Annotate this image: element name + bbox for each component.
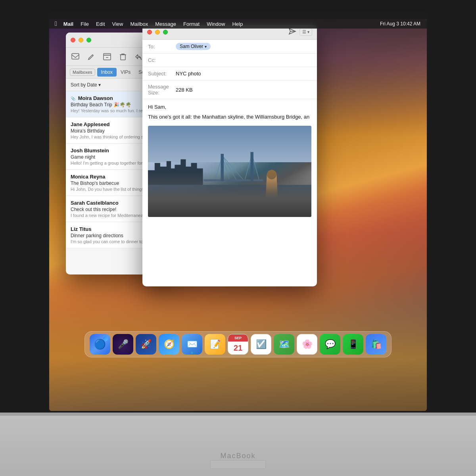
menubar-clock: Fri Aug 3 10:42 AM [377, 19, 424, 28]
message-size-value: 228 KB [176, 87, 193, 93]
inbox-tab[interactable]: Inbox [97, 68, 117, 77]
compose-icon[interactable] [71, 52, 80, 61]
email-sender: Liz Titus [71, 226, 91, 232]
email-sender: 📎 Moira Dawson [71, 95, 113, 101]
dock-item-mail[interactable]: ✉️ [182, 334, 202, 355]
email-sender: Josh Blumstein [71, 148, 109, 154]
menubar-left:  Mail File Edit View Mailbox Message Fo… [52, 19, 246, 28]
close-button[interactable] [71, 38, 75, 42]
svg-rect-7 [167, 161, 171, 185]
compose-close-button[interactable] [147, 30, 152, 35]
screen-bezel:  Mail File Edit View Mailbox Message Fo… [48, 11, 428, 413]
cc-field[interactable]: Cc: [142, 54, 317, 67]
send-icon[interactable] [288, 28, 296, 36]
menubar:  Mail File Edit View Mailbox Message Fo… [49, 19, 427, 29]
recipient-chip[interactable]: Sam Oliver ▾ [176, 43, 211, 50]
list-view-icon[interactable]: ☰▾ [299, 28, 312, 36]
svg-rect-3 [121, 55, 125, 60]
svg-rect-22 [250, 152, 253, 181]
macbook-base: MacBook [0, 413, 476, 476]
cc-label: Cc: [148, 57, 176, 63]
attachment-indicator: 📎 [71, 96, 75, 101]
email-sender: Sarah Castelblanco [71, 200, 119, 206]
compose-maximize-button[interactable] [163, 30, 168, 35]
svg-rect-12 [191, 163, 197, 185]
vips-tab[interactable]: VIPs [117, 68, 134, 77]
nyc-photo [148, 126, 311, 217]
calendar-month: SEP [234, 336, 242, 340]
compose-fields: To: Sam Oliver ▾ Cc: Subject: NYC photo [142, 40, 317, 99]
compose-minimize-button[interactable] [155, 30, 160, 35]
dock-item-reminders[interactable]: ☑️ [251, 334, 271, 355]
message-size-field: Message Size: 228 KB [142, 81, 317, 99]
dock-item-safari[interactable]: 🧭 [159, 334, 179, 355]
menubar-mailbox[interactable]: Mailbox [127, 19, 151, 28]
svg-rect-13 [196, 169, 203, 185]
subject-label: Subject: [148, 71, 176, 77]
svg-rect-0 [72, 54, 79, 59]
dock-item-notes[interactable]: 📝 [205, 334, 225, 355]
edit-icon[interactable] [86, 52, 96, 61]
compose-window: ☰▾ To: Sam Oliver ▾ Cc: [142, 25, 317, 286]
dock-item-siri[interactable]: 🎤 [113, 334, 133, 355]
svg-rect-5 [155, 163, 160, 185]
svg-rect-8 [169, 169, 176, 185]
menubar-right: Fri Aug 3 10:42 AM [377, 19, 424, 28]
dock-item-calendar[interactable]: SEP 21 [228, 334, 248, 355]
menubar-window[interactable]: Window [203, 19, 228, 28]
subject-value: NYC photo [176, 71, 201, 77]
compose-body-text: This one's got it all: the Manhattan sky… [148, 113, 311, 121]
menubar-file[interactable]: File [77, 19, 92, 28]
menubar-mail[interactable]: Mail [60, 19, 77, 28]
dock: 🔵 🎤 🚀 🧭 [84, 331, 392, 357]
sort-label[interactable]: Sort by Date ▾ [71, 82, 101, 88]
recipient-dropdown-icon[interactable]: ▾ [205, 44, 207, 49]
dock-item-launchpad[interactable]: 🚀 [136, 334, 156, 355]
dock-item-facetime[interactable]: 📱 [343, 334, 363, 355]
dock-container: 🔵 🎤 🚀 🧭 [49, 331, 427, 357]
svg-line-16 [222, 155, 237, 181]
dock-item-appstore[interactable]: 🛍️ [366, 334, 386, 355]
message-size-label: Message Size: [148, 84, 176, 96]
menubar-format[interactable]: Format [180, 19, 203, 28]
dock-item-photos[interactable]: 🌸 [297, 334, 317, 355]
macbook-body:  Mail File Edit View Mailbox Message Fo… [0, 0, 476, 476]
svg-line-17 [222, 155, 244, 181]
to-field: To: Sam Oliver ▾ [142, 40, 317, 54]
minimize-button[interactable] [79, 38, 83, 42]
compose-toolbar-icons: ☰▾ [288, 28, 312, 36]
menubar-view[interactable]: View [109, 19, 127, 28]
screen-content:  Mail File Edit View Mailbox Message Fo… [49, 19, 427, 411]
svg-rect-20 [203, 179, 263, 181]
compose-greeting: Hi Sam, [148, 104, 311, 110]
compose-body[interactable]: Hi Sam, This one's got it all: the Manha… [142, 99, 317, 222]
maximize-button[interactable] [86, 38, 91, 42]
trackpad[interactable] [210, 460, 266, 469]
menubar-edit[interactable]: Edit [93, 19, 108, 28]
svg-rect-2 [104, 54, 111, 55]
email-sender: Monica Reyna [71, 174, 105, 180]
svg-rect-4 [148, 170, 155, 185]
dock-item-maps[interactable]: 🗺️ [274, 334, 294, 355]
trash-icon[interactable] [118, 52, 128, 61]
dock-item-finder[interactable]: 🔵 [90, 334, 110, 355]
menubar-message[interactable]: Message [152, 19, 179, 28]
to-label: To: [148, 44, 176, 50]
menubar-help[interactable]: Help [229, 19, 246, 28]
dock-item-messages[interactable]: 💬 [320, 334, 340, 355]
unread-indicator [191, 352, 193, 354]
macbook-label: MacBook [220, 452, 255, 460]
mailboxes-tab[interactable]: Mailboxes [70, 69, 95, 76]
apple-menu[interactable]:  [52, 19, 60, 28]
svg-rect-10 [180, 159, 186, 185]
archive-icon[interactable] [102, 52, 112, 61]
svg-rect-21 [221, 154, 224, 181]
calendar-day: 21 [234, 344, 242, 352]
email-sender: Jane Appleseed [71, 121, 110, 127]
subject-field: Subject: NYC photo [142, 67, 317, 81]
